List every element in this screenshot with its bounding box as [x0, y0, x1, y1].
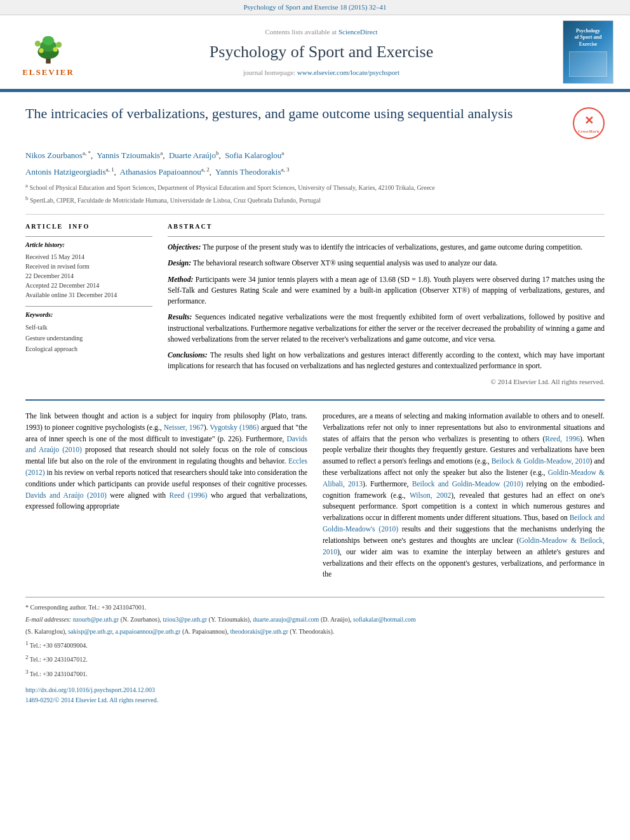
two-column-text: The link between thought and action is a… [25, 411, 605, 587]
svg-point-3 [43, 36, 54, 46]
link-goldin-beilock[interactable]: Goldin-Meadow & Beilock, 2010 [323, 537, 605, 556]
email-addresses-2: (S. Kalaroglou), sakisp@pe.uth.gr, a.pap… [25, 627, 605, 637]
link-wilson[interactable]: Wilson, 2002 [410, 491, 451, 499]
affiliation-b: b SpertLab, CIPER, Faculdade de Motricid… [25, 194, 605, 205]
article-body: ARTICLE INFO Article history: Received 1… [25, 222, 605, 387]
affiliations: a School of Physical Education and Sport… [25, 182, 605, 205]
email-addresses: E-mail addresses: nzourb@pe.uth.gr (N. Z… [25, 615, 605, 625]
abstract-results: Results: Sequences indicated negative ve… [168, 312, 605, 345]
doi-link: http://dx.doi.org/10.1016/j.psychsport.2… [25, 686, 605, 695]
article-history-section: Article history: Received 15 May 2014 Re… [25, 236, 152, 300]
right-text-column: procedures, are a means of selecting and… [323, 411, 605, 587]
elsevier-tree-icon [23, 26, 74, 64]
online-date: Available online 31 December 2014 [25, 290, 152, 300]
tel-3: 3 Tel.: +30 2431047001. [25, 667, 605, 679]
keywords-list: Self-talk Gesture understanding Ecologic… [25, 322, 152, 354]
copyright-line: © 2014 Elsevier Ltd. All rights reserved… [168, 377, 605, 387]
svg-point-6 [39, 48, 43, 53]
elsevier-logo-area: ELSEVIER [10, 20, 86, 84]
elsevier-logo: ELSEVIER [22, 26, 74, 78]
author-tzioumakis[interactable]: Yannis Tzioumakis [97, 151, 160, 161]
link-eccles[interactable]: Eccles (2012) [25, 457, 307, 476]
journal-header: ELSEVIER Contents lists available at Sci… [0, 15, 630, 90]
keyword-2: Gesture understanding [25, 333, 152, 343]
author-theodorakis[interactable]: Yannis Theodorakis [215, 167, 281, 177]
article-info-column: ARTICLE INFO Article history: Received 1… [25, 222, 152, 387]
link-davids-araujo-2[interactable]: Davids and Araújo (2010) [25, 491, 107, 499]
homepage-link[interactable]: www.elsevier.com/locate/psychsport [297, 69, 399, 76]
doi-url[interactable]: http://dx.doi.org/10.1016/j.psychsport.2… [25, 686, 155, 693]
body-section: The link between thought and action is a… [25, 399, 605, 587]
article-title: The intricacies of verbalizations, gestu… [25, 105, 513, 123]
authors-line-1: Nikos Zourbanosa, *, Yannis Tzioumakisa,… [25, 149, 605, 162]
journal-cover-image: Psychologyof Sport andExercise [563, 20, 613, 84]
abstract-section: ABSTRACT Objectives: The purpose of the … [168, 222, 605, 387]
email-tzioumakis[interactable]: tziou3@pe.uth.gr [163, 616, 207, 623]
link-reed[interactable]: Reed (1996) [170, 491, 208, 499]
accepted-date: Accepted 22 December 2014 [25, 281, 152, 290]
keyword-1: Self-talk [25, 322, 152, 333]
keywords-section: Keywords: Self-talk Gesture understandin… [25, 306, 152, 354]
author-zourbanos[interactable]: Nikos Zourbanos [25, 151, 83, 161]
email-theodorakis[interactable]: theodorakis@pe.uth.gr [230, 628, 288, 635]
received-date: Received 15 May 2014 [25, 252, 152, 262]
sciencedirect-line: Contents lists available at ScienceDirec… [93, 27, 550, 37]
article-info-heading: ARTICLE INFO [25, 222, 152, 231]
affiliation-a: a School of Physical Education and Sport… [25, 182, 605, 192]
svg-point-5 [56, 42, 62, 48]
journal-homepage: journal homepage: www.elsevier.com/locat… [93, 68, 550, 77]
journal-header-center: Contents lists available at ScienceDirec… [93, 20, 550, 84]
corresponding-author: * Corresponding author. Tel.: +30 243104… [25, 603, 605, 613]
title-divider [25, 214, 605, 215]
author-kalaroglou[interactable]: Sofia Kalaroglou [225, 151, 281, 161]
journal-cover-area: Psychologyof Sport andExercise [556, 20, 620, 84]
bottom-links: http://dx.doi.org/10.1016/j.psychsport.2… [25, 686, 605, 705]
abstract-objectives: Objectives: The purpose of the present s… [168, 242, 605, 253]
email-a-papaioannou[interactable]: a.papaioannou@pe.uth.gr [116, 628, 181, 635]
authors-line-2: Antonis Hatzigeorgiadisa, 1, Athanasios … [25, 166, 605, 178]
email-zourbanos[interactable]: nzourb@pe.uth.gr [73, 616, 119, 623]
revised-date: 22 December 2014 [25, 271, 152, 281]
received-revised: Received in revised form [25, 262, 152, 271]
elsevier-name: ELSEVIER [22, 67, 74, 78]
author-hatzigeorgiadis[interactable]: Antonis Hatzigeorgiadis [25, 167, 106, 177]
svg-point-4 [35, 41, 41, 46]
abstract-design: Design: The behavioral research software… [168, 258, 605, 269]
author-papaioannou[interactable]: Athanasios Papaioannou [120, 167, 201, 177]
tel-2: 2 Tel.: +30 2431047012. [25, 653, 605, 665]
sciencedirect-link[interactable]: ScienceDirect [338, 28, 378, 36]
email-araujo[interactable]: duarte.araujo@gmail.com [253, 616, 319, 623]
link-vygotsky[interactable]: Vygotsky (1986) [210, 423, 258, 431]
article-history-heading: Article history: [25, 241, 152, 250]
link-beilock-goldin-3[interactable]: Beilock and Goldin-Meadow's (2010) [323, 514, 605, 533]
abstract-conclusions: Conclusions: The results shed light on h… [168, 350, 605, 372]
svg-point-7 [53, 48, 57, 52]
link-reed-2[interactable]: Reed, 1996 [545, 435, 580, 443]
abstract-heading: ABSTRACT [168, 222, 605, 231]
footnotes-section: * Corresponding author. Tel.: +30 243104… [25, 597, 605, 679]
crossmark-badge: ✕ CrossMark [573, 107, 605, 139]
keywords-heading: Keywords: [25, 310, 152, 319]
article-container: The intricacies of verbalizations, gestu… [0, 92, 630, 719]
link-davids-araujo[interactable]: Davids and Araújo (2010) [25, 435, 307, 454]
crossmark-icon: ✕ [584, 113, 594, 129]
link-beilock-goldin[interactable]: Beilock & Goldin-Meadow, 2010 [492, 457, 590, 465]
abstract-method: Method: Participants were 34 junior tenn… [168, 274, 605, 307]
email-papaioannou[interactable]: sakisp@pe.uth.gr [68, 628, 112, 635]
keyword-3: Ecological approach [25, 343, 152, 354]
top-bar: Psychology of Sport and Exercise 18 (201… [0, 0, 630, 15]
journal-title: Psychology of Sport and Exercise [93, 41, 550, 63]
tel-1: 1 Tel.: +30 6974009004. [25, 639, 605, 651]
left-text-column: The link between thought and action is a… [25, 411, 307, 587]
body-left-para: The link between thought and action is a… [25, 411, 307, 512]
link-neisser[interactable]: Neisser, 1967 [164, 423, 204, 431]
email-kalaroglou-addr[interactable]: sofiakalar@hotmail.com [353, 616, 416, 623]
abstract-content: Objectives: The purpose of the present s… [168, 236, 605, 387]
article-title-section: The intricacies of verbalizations, gestu… [25, 105, 605, 139]
author-araujo[interactable]: Duarte Araújo [169, 151, 216, 161]
journal-citation: Psychology of Sport and Exercise 18 (201… [243, 3, 386, 11]
issn-line: 1469-0292/© 2014 Elsevier Ltd. All right… [25, 696, 605, 705]
body-right-para: procedures, are a means of selecting and… [323, 411, 605, 580]
link-beilock-goldin-2[interactable]: Beilock and Goldin-Meadow (2010) [412, 480, 523, 488]
